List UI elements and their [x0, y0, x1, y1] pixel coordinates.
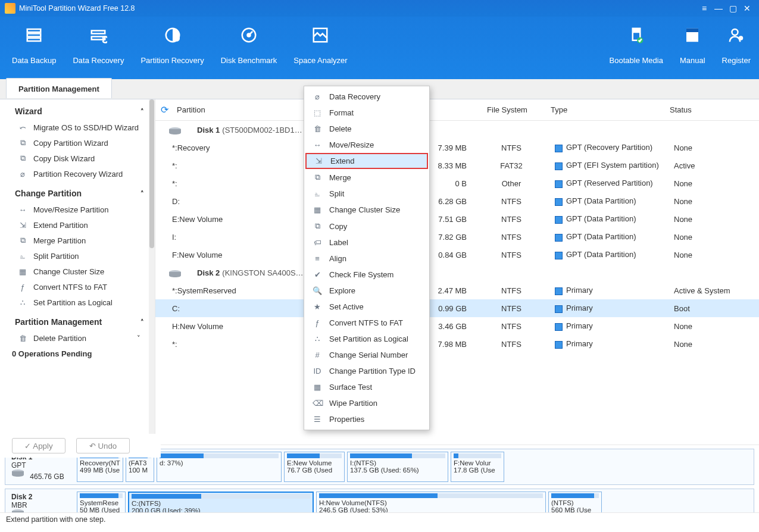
ribbon-toolbar: Data BackupData RecoveryPartition Recove…: [0, 17, 759, 79]
ctx-item-delete[interactable]: 🗑Delete: [304, 121, 429, 137]
ctx-item-change-partition-type-id[interactable]: IDChange Partition Type ID: [304, 363, 429, 379]
chevron-up-icon: ˄: [140, 318, 144, 326]
sidebar-item-icon: ⌀: [18, 169, 27, 179]
usage-bar: [319, 493, 543, 498]
partition-row[interactable]: H:New Volume 3.46 GB NTFS Primary None: [155, 317, 759, 335]
menu-icon[interactable]: ≡: [697, 3, 711, 14]
partition-row[interactable]: *: 7.98 MB NTFS Primary None: [155, 335, 759, 353]
undo-button[interactable]: ↶ Undo: [76, 438, 130, 453]
ctx-item-set-partition-as-logical[interactable]: ∴Set Partition as Logical: [304, 331, 429, 347]
minimize-button[interactable]: ―: [711, 3, 726, 14]
ctx-item-format[interactable]: ⬚Format: [304, 105, 429, 121]
partition-name: *:: [155, 161, 312, 170]
sidebar-section-header[interactable]: Partition Management˄: [0, 310, 155, 330]
type-color-swatch: [555, 180, 563, 188]
ctx-item-align[interactable]: ≡Align: [304, 251, 429, 267]
ctx-item-split[interactable]: ⎁Split: [304, 186, 429, 202]
sidebar-section-header[interactable]: Change Partition˄: [0, 181, 155, 202]
svg-rect-14: [686, 29, 698, 32]
sidebar-item[interactable]: ⧉Copy Partition Wizard: [0, 135, 155, 151]
svg-rect-3: [92, 31, 105, 34]
partition-status: None: [674, 233, 745, 242]
ribbon-bootable-media[interactable]: Bootable Media: [601, 17, 671, 82]
status-bar: Extend partition with one step.: [0, 512, 759, 532]
ctx-item-convert-ntfs-to-fat[interactable]: ƒConvert NTFS to FAT: [304, 315, 429, 331]
sidebar-item[interactable]: ▦Change Cluster Size: [0, 264, 155, 279]
sidebar-item[interactable]: ⤺Migrate OS to SSD/HD Wizard: [0, 120, 155, 135]
disk-header-row[interactable]: Disk 2 (KINGSTON SA400S…: [155, 264, 759, 281]
ctx-item-change-serial-number[interactable]: #Change Serial Number: [304, 347, 429, 363]
partition-row[interactable]: C: 0.99 GB NTFS Primary Boot: [155, 299, 759, 317]
partition-status: None: [674, 215, 745, 224]
tab-partition-management[interactable]: Partition Management: [6, 78, 112, 98]
col-file-system[interactable]: File System: [468, 105, 546, 114]
partition-fs: NTFS: [473, 251, 550, 259]
sidebar-item[interactable]: ⧉Copy Disk Wizard: [0, 151, 155, 166]
col-type[interactable]: Type: [546, 105, 670, 114]
refresh-icon[interactable]: ⟳: [155, 104, 173, 115]
ctx-item-data-recovery[interactable]: ⌀Data Recovery: [304, 89, 429, 105]
data-backup-icon: [24, 25, 44, 45]
partition-row[interactable]: E:New Volume 7.51 GB NTFS GPT (Data Part…: [155, 210, 759, 228]
sidebar-item[interactable]: ⇲Extend Partition: [0, 217, 155, 233]
partition-table-body: Disk 1 (ST500DM002-1BD1… *:Recovery 7.39…: [155, 121, 759, 353]
sidebar-item[interactable]: ⧉Merge Partition: [0, 233, 155, 248]
ribbon-data-backup[interactable]: Data Backup: [4, 17, 64, 82]
disk-map-partition[interactable]: E:New Volume76.7 GB (Used: [284, 452, 345, 482]
partition-row[interactable]: F:New Volume 0.84 GB NTFS GPT (Data Part…: [155, 246, 759, 264]
ctx-item-move-resize[interactable]: ↔Move/Resize: [304, 137, 429, 153]
disk-icon: [168, 127, 180, 134]
sidebar-section-header[interactable]: Wizard˄: [0, 99, 155, 120]
ribbon-data-recovery[interactable]: Data Recovery: [64, 17, 132, 82]
maximize-button[interactable]: ▢: [726, 3, 740, 14]
partition-row[interactable]: I: 7.82 GB NTFS GPT (Data Partition) Non…: [155, 228, 759, 246]
apply-button[interactable]: ✓ Apply: [12, 438, 65, 453]
disk-header-row[interactable]: Disk 1 (ST500DM002-1BD1…: [155, 121, 759, 139]
col-status[interactable]: Status: [670, 105, 741, 114]
partition-type: GPT (Data Partition): [550, 214, 674, 223]
scroll-thumb[interactable]: [149, 99, 154, 248]
ctx-item-check-file-system[interactable]: ✔Check File System: [304, 267, 429, 283]
usage-bar: [132, 494, 310, 499]
ribbon-manual[interactable]: Manual: [671, 17, 714, 82]
ctx-item-extend[interactable]: ⇲Extend: [305, 153, 428, 169]
ctx-item-properties[interactable]: ☰Properties: [304, 411, 429, 427]
close-button[interactable]: ✕: [740, 3, 754, 14]
ctx-item-surface-test[interactable]: ▦Surface Test: [304, 379, 429, 395]
ribbon-disk-benchmark[interactable]: Disk Benchmark: [213, 17, 286, 82]
sidebar-item[interactable]: ⌀Partition Recovery Wizard: [0, 166, 155, 181]
sidebar-item[interactable]: ∴Set Partition as Logical: [0, 295, 155, 310]
partition-fs: NTFS: [473, 286, 550, 295]
ctx-item-explore[interactable]: 🔍Explore: [304, 283, 429, 299]
col-partition[interactable]: Partition: [173, 105, 296, 114]
ribbon-register[interactable]: Register: [714, 17, 759, 82]
partition-row[interactable]: *:SystemReserved 2.47 MB NTFS Primary Ac…: [155, 281, 759, 299]
ribbon-partition-recovery[interactable]: Partition Recovery: [132, 17, 212, 82]
partition-row[interactable]: *:Recovery 7.39 MB NTFS GPT (Recovery Pa…: [155, 139, 759, 157]
sidebar-scrollbar[interactable]: [149, 99, 155, 445]
sidebar-item[interactable]: 🗑Delete Partition˅: [0, 330, 155, 346]
sidebar-item[interactable]: ↔Move/Resize Partition: [0, 202, 155, 217]
disk-map-partition[interactable]: F:New Volur17.8 GB (Use: [451, 452, 504, 482]
partition-row[interactable]: *: 8.33 MB FAT32 GPT (EFI System partiti…: [155, 157, 759, 174]
disk-map-partition[interactable]: I:(NTFS)137.5 GB (Used: 65%): [347, 452, 448, 482]
usage-bar: [287, 453, 342, 458]
partition-name: E:New Volume: [155, 215, 312, 224]
partition-row[interactable]: D: 6.28 GB NTFS GPT (Data Partition) Non…: [155, 192, 759, 210]
disk-benchmark-icon: [239, 25, 259, 45]
sidebar-item[interactable]: ⎁Split Partition: [0, 248, 155, 264]
ctx-item-set-active[interactable]: ★Set Active: [304, 299, 429, 315]
partition-row[interactable]: *: 0 B Other GPT (Reserved Partition) No…: [155, 174, 759, 192]
sidebar-item[interactable]: ƒConvert NTFS to FAT: [0, 279, 155, 295]
ribbon-space-analyzer[interactable]: Space Analyzer: [285, 17, 355, 82]
ctx-item-label[interactable]: 🏷Label: [304, 234, 429, 251]
ctx-item-wipe-partition[interactable]: ⌫Wipe Partition: [304, 395, 429, 411]
ctx-item-icon: ⧉: [313, 221, 322, 231]
register-icon: [726, 25, 746, 45]
disk-map-partition[interactable]: d: 37%): [157, 452, 282, 482]
ctx-item-merge[interactable]: ⧉Merge: [304, 169, 429, 186]
ctx-item-change-cluster-size[interactable]: ▦Change Cluster Size: [304, 202, 429, 218]
ctx-item-copy[interactable]: ⧉Copy: [304, 218, 429, 234]
ctx-item-icon: ⇲: [314, 157, 323, 165]
partition-fs: NTFS: [473, 340, 550, 349]
